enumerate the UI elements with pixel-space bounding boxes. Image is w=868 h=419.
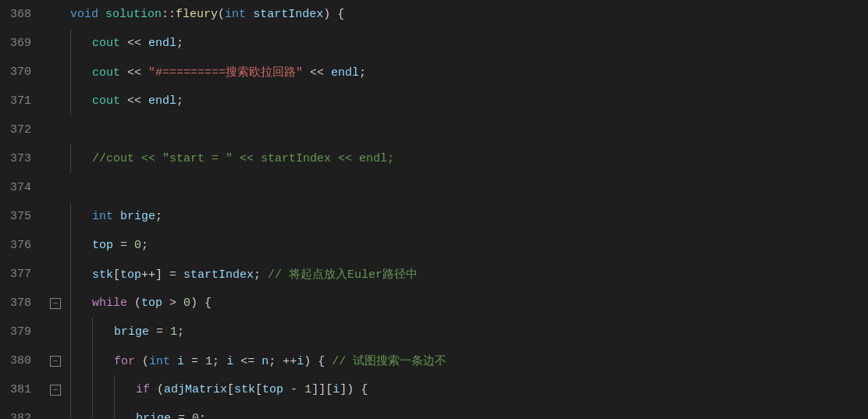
line-number: 379 xyxy=(0,318,37,346)
gutter-cell xyxy=(47,58,64,87)
indent-space xyxy=(70,375,136,404)
fold-icon[interactable]: − xyxy=(50,356,61,367)
indent-space xyxy=(70,346,114,375)
gutter-cell xyxy=(47,87,64,115)
code-line: int brige; xyxy=(70,202,868,231)
indent-space xyxy=(70,202,92,231)
line-number: 381 xyxy=(0,375,37,404)
gutter-cell[interactable]: − xyxy=(47,346,64,375)
code-content: top = 0; xyxy=(92,239,148,252)
code-line: cout << endl; xyxy=(70,87,868,115)
line-number: 380 xyxy=(0,346,37,375)
gutter-cell xyxy=(47,231,64,260)
code-line: if (adjMatrix[stk[top - 1]][i]) { xyxy=(70,375,868,404)
code-content: void solution::fleury(int startIndex) { xyxy=(70,8,344,21)
indent-space xyxy=(70,231,92,260)
code-content: int brige; xyxy=(92,210,162,223)
code-content: while (top > 0) { xyxy=(92,296,212,310)
gutter-cell xyxy=(47,404,64,419)
fold-icon[interactable]: − xyxy=(50,385,61,396)
line-number: 370 xyxy=(0,58,37,87)
line-number: 371 xyxy=(0,87,37,115)
line-number: 373 xyxy=(0,144,37,173)
gutter-cell xyxy=(47,144,64,173)
gutter-cell xyxy=(47,29,64,58)
line-number: 376 xyxy=(0,231,37,260)
gutter-cell xyxy=(47,202,64,231)
code-line: top = 0; xyxy=(70,231,868,260)
code-content: //cout << "start = " << startIndex << en… xyxy=(92,152,394,165)
code-line: cout << endl; xyxy=(70,29,868,58)
code-line: //cout << "start = " << startIndex << en… xyxy=(70,144,868,173)
code-content: brige = 0; xyxy=(136,412,206,419)
gutter-cell xyxy=(47,0,64,29)
line-number: 377 xyxy=(0,260,37,289)
indent-space xyxy=(70,289,92,318)
code-line xyxy=(70,115,868,144)
gutter-cell[interactable]: − xyxy=(47,375,64,404)
line-number: 372 xyxy=(0,115,37,144)
line-number: 369 xyxy=(0,29,37,58)
code-content: for (int i = 1; i <= n; ++i) { // 试图搜索一条… xyxy=(114,353,446,368)
code-content: brige = 1; xyxy=(114,325,184,339)
indent-space xyxy=(70,318,114,346)
code-line xyxy=(70,173,868,202)
indent-space xyxy=(70,58,92,87)
indent-space xyxy=(70,404,136,419)
code-content: if (adjMatrix[stk[top - 1]][i]) { xyxy=(136,383,368,396)
line-number: 374 xyxy=(0,173,37,202)
indent-space xyxy=(70,29,92,58)
code-line: stk[top++] = startIndex; // 将起点放入Euler路径… xyxy=(70,260,868,289)
line-number: 382 xyxy=(0,404,37,419)
code-line: for (int i = 1; i <= n; ++i) { // 试图搜索一条… xyxy=(70,346,868,375)
gutter: −−− xyxy=(47,0,64,419)
code-content: cout << endl; xyxy=(92,94,183,108)
code-line: brige = 1; xyxy=(70,318,868,346)
line-numbers: 3683693703713723733743753763773783793803… xyxy=(0,0,47,419)
gutter-cell xyxy=(47,115,64,144)
gutter-cell[interactable]: − xyxy=(47,289,64,318)
gutter-cell xyxy=(47,260,64,289)
code-content: cout << endl; xyxy=(92,37,183,50)
line-number: 378 xyxy=(0,289,37,318)
fold-icon[interactable]: − xyxy=(50,298,61,309)
line-number: 375 xyxy=(0,202,37,231)
indent-space xyxy=(70,144,92,173)
gutter-cell xyxy=(47,318,64,346)
code-line: void solution::fleury(int startIndex) { xyxy=(70,0,868,29)
code-content: stk[top++] = startIndex; // 将起点放入Euler路径… xyxy=(92,267,418,282)
code-area: void solution::fleury(int startIndex) {c… xyxy=(64,0,868,419)
line-number: 368 xyxy=(0,0,37,29)
gutter-cell xyxy=(47,173,64,202)
code-line: brige = 0; xyxy=(70,404,868,419)
code-content: cout << "#=========搜索欧拉回路" << endl; xyxy=(92,65,366,80)
indent-space xyxy=(70,87,92,115)
indent-space xyxy=(70,260,92,289)
code-line: while (top > 0) { xyxy=(70,289,868,318)
code-line: cout << "#=========搜索欧拉回路" << endl; xyxy=(70,58,868,87)
code-editor: 3683693703713723733743753763773783793803… xyxy=(0,0,868,419)
